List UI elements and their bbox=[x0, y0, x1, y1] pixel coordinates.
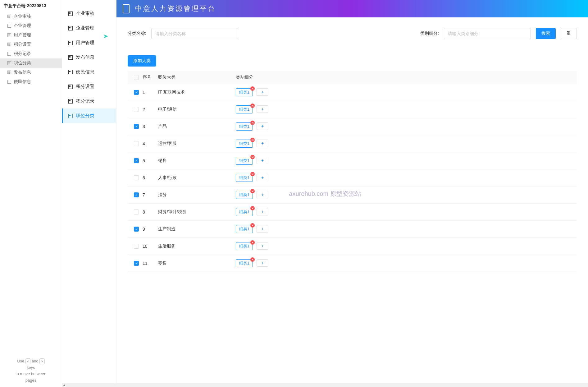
subcat-tag[interactable]: 细类1✕ bbox=[236, 191, 253, 199]
table-row: 3产品细类1✕+ bbox=[128, 118, 577, 135]
delete-tag-icon[interactable]: ✕ bbox=[250, 86, 255, 91]
delete-tag-icon[interactable]: ✕ bbox=[250, 240, 255, 245]
delete-tag-icon[interactable]: ✕ bbox=[250, 104, 255, 108]
row-checkbox[interactable] bbox=[134, 244, 139, 249]
subnav-item-6[interactable]: 积分记录 bbox=[62, 94, 116, 108]
tree-item-label: 用户管理 bbox=[14, 32, 31, 38]
row-checkbox[interactable] bbox=[134, 261, 139, 266]
row-category: 生产制造 bbox=[158, 226, 236, 232]
reset-button[interactable]: 重 bbox=[561, 28, 577, 39]
add-subcat-button[interactable]: + bbox=[257, 259, 268, 267]
module-icon bbox=[68, 41, 73, 45]
add-subcat-button[interactable]: + bbox=[257, 88, 268, 96]
row-index: 6 bbox=[143, 175, 158, 180]
row-subcats: 细类1✕+ bbox=[236, 157, 574, 165]
table-row: 5销售细类1✕+ bbox=[128, 152, 577, 169]
table-wrap: 添加大类 序号 职位大类 类别细分 1IT 互联网技术细类1✕+2电子/通信细类… bbox=[121, 50, 583, 382]
row-subcats: 细类1✕+ bbox=[236, 105, 574, 113]
tree-item-0[interactable]: 企业审核 bbox=[0, 12, 62, 21]
module-icon bbox=[68, 26, 73, 30]
doc-icon bbox=[7, 43, 11, 46]
add-subcat-button[interactable]: + bbox=[257, 122, 268, 130]
add-subcat-button[interactable]: + bbox=[257, 191, 268, 198]
subnav-item-7[interactable]: 职位分类 bbox=[62, 108, 116, 123]
doc-icon bbox=[7, 15, 11, 18]
table-row: 6人事/行政细类1✕+ bbox=[128, 169, 577, 187]
subcat-tag[interactable]: 细类1✕ bbox=[236, 225, 253, 233]
row-checkbox[interactable] bbox=[134, 158, 139, 163]
tree-item-4[interactable]: 积分记录 bbox=[0, 49, 62, 58]
delete-tag-icon[interactable]: ✕ bbox=[250, 206, 255, 210]
subnav-item-0[interactable]: 企业审核 bbox=[62, 6, 116, 21]
subcat-tag[interactable]: 细类1✕ bbox=[236, 105, 253, 113]
delete-tag-icon[interactable]: ✕ bbox=[250, 138, 255, 142]
subcat-tag[interactable]: 细类1✕ bbox=[236, 174, 253, 182]
delete-tag-icon[interactable]: ✕ bbox=[250, 257, 255, 262]
tree-item-3[interactable]: 积分设置 bbox=[0, 40, 62, 49]
delete-tag-icon[interactable]: ✕ bbox=[250, 189, 255, 193]
module-icon bbox=[68, 70, 73, 74]
row-category: 财务/审计/税务 bbox=[158, 209, 236, 215]
add-subcat-button[interactable]: + bbox=[257, 174, 268, 181]
add-subcat-button[interactable]: + bbox=[257, 242, 268, 250]
doc-icon bbox=[7, 33, 11, 37]
tree-item-7[interactable]: 便民信息 bbox=[0, 77, 62, 86]
tree-item-2[interactable]: 用户管理 bbox=[0, 30, 62, 40]
subnav-item-2[interactable]: 用户管理 bbox=[62, 35, 116, 50]
search-label-name: 分类名称: bbox=[128, 31, 146, 36]
row-category: 生活服务 bbox=[158, 243, 236, 249]
doc-icon bbox=[7, 52, 11, 56]
row-checkbox[interactable] bbox=[134, 175, 139, 180]
row-checkbox[interactable] bbox=[134, 210, 139, 214]
scroll-left-icon: ◀ bbox=[62, 384, 65, 387]
left-key-icon: < bbox=[25, 358, 30, 365]
search-input-sub[interactable] bbox=[444, 28, 531, 39]
row-index: 10 bbox=[143, 244, 158, 249]
delete-tag-icon[interactable]: ✕ bbox=[250, 223, 255, 228]
subcat-tag[interactable]: 细类1✕ bbox=[236, 259, 253, 267]
row-checkbox[interactable] bbox=[134, 227, 139, 232]
table-row: 11零售细类1✕+ bbox=[128, 255, 577, 272]
row-checkbox[interactable] bbox=[134, 141, 139, 146]
table-row: 8财务/审计/税务细类1✕+ bbox=[128, 204, 577, 221]
search-input-name[interactable] bbox=[151, 28, 238, 39]
add-subcat-button[interactable]: + bbox=[257, 157, 268, 164]
row-index: 11 bbox=[143, 261, 158, 266]
row-subcats: 细类1✕+ bbox=[236, 122, 574, 131]
search-button[interactable]: 搜索 bbox=[536, 28, 556, 39]
row-subcats: 细类1✕+ bbox=[236, 191, 574, 199]
delete-tag-icon[interactable]: ✕ bbox=[250, 172, 255, 176]
add-subcat-button[interactable]: + bbox=[257, 208, 268, 215]
subnav-item-1[interactable]: 企业管理 bbox=[62, 21, 116, 35]
subnav-item-5[interactable]: 积分设置 bbox=[62, 79, 116, 94]
subcat-tag[interactable]: 细类1✕ bbox=[236, 140, 253, 148]
select-all-checkbox[interactable] bbox=[134, 75, 139, 80]
horizontal-scrollbar[interactable]: ◀ bbox=[62, 383, 588, 387]
doc-icon bbox=[7, 61, 11, 65]
row-subcats: 细类1✕+ bbox=[236, 140, 574, 148]
subcat-tag[interactable]: 细类1✕ bbox=[236, 208, 253, 216]
subnav-item-3[interactable]: 发布信息 bbox=[62, 50, 116, 65]
add-subcat-button[interactable]: + bbox=[257, 225, 268, 233]
logo-icon bbox=[123, 4, 130, 13]
tree-item-5[interactable]: 职位分类 bbox=[0, 58, 62, 68]
add-category-button[interactable]: 添加大类 bbox=[128, 55, 156, 67]
add-subcat-button[interactable]: + bbox=[257, 105, 268, 113]
subcat-tag[interactable]: 细类1✕ bbox=[236, 122, 253, 131]
tree-item-label: 职位分类 bbox=[14, 60, 31, 66]
search-bar: 分类名称: 类别细分: 搜索 重 bbox=[121, 22, 583, 45]
subcat-tag[interactable]: 细类1✕ bbox=[236, 88, 253, 96]
subcat-tag[interactable]: 细类1✕ bbox=[236, 157, 253, 165]
tree-item-6[interactable]: 发布信息 bbox=[0, 68, 62, 77]
delete-tag-icon[interactable]: ✕ bbox=[250, 121, 255, 125]
row-checkbox[interactable] bbox=[134, 90, 139, 95]
tree-item-1[interactable]: 企业管理 bbox=[0, 21, 62, 30]
row-checkbox[interactable] bbox=[134, 124, 139, 129]
subnav-item-4[interactable]: 便民信息 bbox=[62, 65, 116, 79]
add-subcat-button[interactable]: + bbox=[257, 140, 268, 147]
row-checkbox[interactable] bbox=[134, 192, 139, 197]
delete-tag-icon[interactable]: ✕ bbox=[250, 155, 255, 159]
row-checkbox[interactable] bbox=[134, 107, 139, 112]
table-row: 2电子/通信细类1✕+ bbox=[128, 101, 577, 118]
subcat-tag[interactable]: 细类1✕ bbox=[236, 242, 253, 250]
